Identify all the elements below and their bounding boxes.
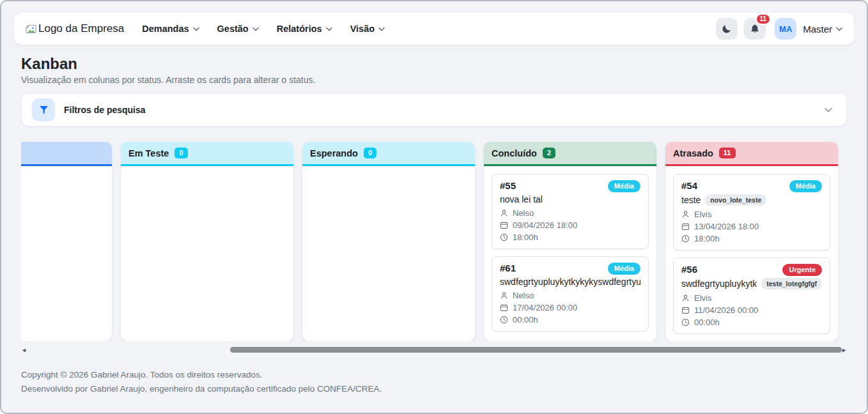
chevron-down-icon[interactable] <box>825 107 832 112</box>
card-assignee: Nelso <box>500 208 640 218</box>
column-title: Esperando <box>310 148 358 158</box>
column-count-badge: 0 <box>364 148 376 158</box>
scroll-right-arrow[interactable]: ► <box>841 347 847 353</box>
calendar-icon <box>681 222 690 231</box>
moon-icon <box>722 24 732 34</box>
card-id: #54 <box>681 180 697 191</box>
card-date: 13/04/2026 18:00 <box>681 222 822 231</box>
column-count-badge: 2 <box>543 148 555 158</box>
clock-icon <box>681 234 690 243</box>
footer: Copyright © 2026 Gabriel Araujo. Todos o… <box>21 368 847 397</box>
calendar-icon <box>500 303 508 312</box>
card-id: #55 <box>500 180 516 191</box>
card-title: teste <box>681 195 701 205</box>
bell-icon <box>750 24 760 34</box>
column-header: Atrasado 11 <box>665 142 838 166</box>
kanban-column-em-teste: Em Teste 0 <box>121 142 293 341</box>
scroll-left-arrow[interactable]: ◄ <box>21 347 27 353</box>
card-lot-tag: novo_lote_teste <box>705 194 766 206</box>
calendar-icon <box>681 306 690 314</box>
column-body-dropzone[interactable] <box>302 166 475 341</box>
chevron-down-icon <box>193 27 199 31</box>
card-assignee: Nelso <box>500 291 640 300</box>
app-window: Logo da Empresa Demandas Gestão Relatóri… <box>0 0 868 414</box>
column-title: Em Teste <box>128 148 169 158</box>
card-id: #61 <box>500 263 516 273</box>
card-date: 11/04/2026 00:00 <box>681 305 822 315</box>
notification-count-badge: 11 <box>756 13 771 25</box>
company-logo[interactable]: Logo da Empresa <box>26 22 124 35</box>
person-icon <box>500 209 508 217</box>
column-header: Esperando 0 <box>302 142 475 166</box>
broken-image-icon <box>26 24 36 34</box>
menu-relatorios[interactable]: Relatórios <box>277 24 332 34</box>
clock-icon <box>500 316 508 324</box>
horizontal-scrollbar[interactable]: ◄ ► <box>21 346 847 354</box>
clock-icon <box>500 233 508 241</box>
card-date: 17/04/2026 00:00 <box>500 303 640 312</box>
menu-demandas[interactable]: Demandas <box>142 24 199 34</box>
notifications-button[interactable]: 11 <box>744 18 766 40</box>
card-id: #56 <box>681 264 697 275</box>
dark-mode-button[interactable] <box>716 18 738 40</box>
priority-badge: Urgente <box>782 264 822 276</box>
chevron-down-icon <box>836 27 842 31</box>
kanban-column-atrasado: Atrasado 11 #54 Média teste novo_lote_te… <box>665 142 838 341</box>
card-title: swdfegrtyupluykytkykyky <box>681 279 757 289</box>
column-body-dropzone[interactable]: #55 Média nova lei tal Nelso 09/04/2 <box>484 166 656 341</box>
person-icon <box>681 210 690 218</box>
priority-badge: Média <box>608 180 640 192</box>
person-icon <box>500 291 508 300</box>
column-body-dropzone[interactable] <box>21 166 112 341</box>
column-header: Concluído 2 <box>484 142 656 166</box>
user-menu[interactable]: Master <box>803 24 842 34</box>
chevron-down-icon <box>378 27 385 31</box>
kanban-card-54[interactable]: #54 Média teste novo_lote_teste Elvis <box>673 174 830 250</box>
logo-alt-text: Logo da Empresa <box>38 22 124 35</box>
navbar: Logo da Empresa Demandas Gestão Relatóri… <box>14 13 854 45</box>
card-hours: 00:00h <box>681 318 822 327</box>
main-menu: Demandas Gestão Relatórios Visão <box>142 24 385 34</box>
funnel-icon <box>39 105 49 115</box>
scrollbar-thumb[interactable] <box>230 347 842 353</box>
filters-accordion-header[interactable]: Filtros de pesquisa <box>21 93 847 126</box>
page-subtitle: Visualização em colunas por status. Arra… <box>21 75 847 85</box>
kanban-card-56[interactable]: #56 Urgente swdfegrtyupluykytkykyky test… <box>673 257 830 334</box>
page-title: Kanban <box>21 55 847 73</box>
menu-visao[interactable]: Visão <box>350 24 385 34</box>
card-lot-tag: teste_lotegfgfgf <box>761 278 822 289</box>
kanban-card-55[interactable]: #55 Média nova lei tal Nelso 09/04/2 <box>492 174 649 249</box>
card-hours: 18:00h <box>681 234 822 243</box>
kanban-column-concluido: Concluído 2 #55 Média nova lei tal <box>484 142 656 341</box>
column-count-badge: 0 <box>174 148 187 158</box>
column-header <box>21 142 112 166</box>
footer-copyright: Copyright © 2026 Gabriel Araujo. Todos o… <box>21 368 847 382</box>
column-body-dropzone[interactable]: #54 Média teste novo_lote_teste Elvis <box>665 166 838 341</box>
kanban-card-61[interactable]: #61 Média swdfegrtyupluykytkykykyswdfegr… <box>492 256 649 332</box>
kanban-board: Em Teste 0 Esperando 0 Concluído 2 <box>21 142 847 341</box>
column-body-dropzone[interactable] <box>121 166 293 341</box>
navbar-actions: 11 MA Master <box>716 18 842 40</box>
chevron-down-icon <box>252 27 259 31</box>
card-hours: 18:00h <box>500 233 640 242</box>
card-assignee: Elvis <box>681 210 822 219</box>
column-title: Concluído <box>492 148 537 158</box>
priority-badge: Média <box>608 263 640 275</box>
card-assignee: Elvis <box>681 293 822 303</box>
kanban-column-esperando: Esperando 0 <box>302 142 475 341</box>
column-header: Em Teste 0 <box>121 142 293 166</box>
filters-label: Filtros de pesquisa <box>64 105 146 115</box>
column-title: Atrasado <box>673 148 713 158</box>
chevron-down-icon <box>326 27 332 31</box>
filter-icon-box <box>32 98 55 121</box>
clock-icon <box>681 318 690 326</box>
priority-badge: Média <box>789 180 822 192</box>
user-avatar[interactable]: MA <box>775 18 796 40</box>
person-icon <box>681 294 690 302</box>
menu-gestao[interactable]: Gestão <box>217 24 259 34</box>
card-title: swdfegrtyupluykytkykykyswdfegrtyupluykyt… <box>500 277 640 287</box>
footer-developer: Desenvolvido por Gabriel Araujo, engenhe… <box>21 382 847 396</box>
column-count-badge: 11 <box>719 148 736 158</box>
card-date: 09/04/2026 18:00 <box>500 220 640 230</box>
card-hours: 00:00h <box>500 315 640 325</box>
